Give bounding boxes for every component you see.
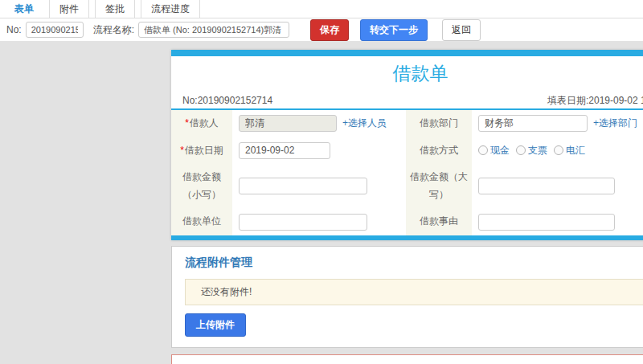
radio-cheque[interactable]: 支票	[516, 144, 547, 157]
tab-process-progress[interactable]: 流程进度	[141, 0, 200, 18]
tab-form[interactable]: 表单	[5, 0, 43, 18]
tab-bar: 表单 附件 签批 流程进度	[0, 0, 643, 18]
workspace: 借款单 No:20190902152714 填表日期:2019-09-02 15…	[0, 42, 643, 364]
borrow-date-label: *借款日期	[171, 137, 232, 165]
amount-upper-label: 借款金额（大写）	[406, 164, 472, 208]
no-label: No:	[6, 24, 22, 35]
borrow-method-label: 借款方式	[406, 137, 472, 165]
select-department-link[interactable]: +选择部门	[593, 117, 637, 130]
borrow-method-radios: 现金 支票 电汇	[478, 144, 585, 157]
amount-lower-label: 借款金额（小写）	[171, 164, 232, 208]
save-button[interactable]: 保存	[310, 19, 349, 41]
borrow-reason-label: 借款事由	[406, 208, 472, 235]
radio-cash[interactable]: 现金	[478, 144, 510, 157]
attachments-heading: 流程附件管理	[185, 256, 643, 270]
transfer-next-button[interactable]: 转交下一步	[360, 19, 428, 41]
borrow-unit-input[interactable]	[239, 214, 367, 231]
required-mark: *	[180, 145, 184, 156]
main-content: 借款单 No:20190902152714 填表日期:2019-09-02 15…	[171, 50, 643, 364]
borrow-unit-field	[232, 208, 406, 235]
borrow-date-field	[232, 137, 406, 165]
upload-attachment-button[interactable]: 上传附件	[185, 313, 246, 337]
department-label: 借款部门	[406, 110, 472, 137]
loan-form-panel: 借款单 No:20190902152714 填表日期:2019-09-02 15…	[171, 50, 643, 240]
borrow-reason-input[interactable]	[478, 214, 615, 231]
department-input[interactable]	[478, 115, 588, 132]
amount-lower-field	[232, 164, 406, 208]
borrower-input[interactable]	[239, 115, 337, 132]
borrow-method-field: 现金 支票 电汇	[472, 137, 643, 165]
radio-wire-transfer[interactable]: 电汇	[554, 144, 585, 157]
radio-circle-icon[interactable]	[478, 145, 488, 155]
flow-name-input[interactable]	[138, 22, 289, 38]
borrow-reason-field	[472, 208, 643, 235]
no-attachments-message: 还没有附件!	[185, 279, 643, 305]
panel-top-bar	[171, 50, 643, 56]
borrower-label: *借款人	[171, 110, 232, 137]
tab-attachments[interactable]: 附件	[49, 0, 89, 18]
borrower-field: +选择人员	[232, 110, 406, 137]
page-title: 借款单	[171, 56, 643, 92]
approval-panel: 流程签批意见 B I abc	[171, 354, 643, 364]
back-button[interactable]: 返回	[442, 19, 481, 41]
control-row: No: 流程名称: 保存 转交下一步 返回	[0, 18, 643, 42]
radio-circle-icon[interactable]	[516, 145, 526, 155]
amount-upper-input[interactable]	[478, 178, 615, 194]
select-person-link[interactable]: +选择人员	[342, 117, 387, 130]
radio-circle-icon[interactable]	[554, 145, 563, 155]
panel-bottom-bar	[171, 235, 643, 240]
tab-approval[interactable]: 签批	[95, 0, 135, 18]
doc-meta-row: No:20190902152714 填表日期:2019-09-02 15:27:…	[171, 92, 643, 110]
loan-form-grid: *借款人 +选择人员 借款部门 +选择部门 *借款日期 借款	[171, 110, 643, 235]
fill-date: 填表日期:2019-09-02 15:27:1	[547, 92, 643, 110]
attachments-panel: 流程附件管理 还没有附件! 上传附件	[171, 246, 643, 348]
borrow-unit-label: 借款单位	[171, 208, 232, 235]
department-field: +选择部门	[472, 110, 643, 137]
doc-number: No:20190902152714	[182, 92, 272, 110]
amount-upper-field	[472, 164, 643, 208]
no-input[interactable]	[26, 22, 84, 38]
flow-name-label: 流程名称:	[93, 23, 134, 37]
required-mark: *	[185, 117, 189, 129]
amount-lower-input[interactable]	[239, 178, 367, 194]
borrow-date-input[interactable]	[239, 142, 330, 159]
